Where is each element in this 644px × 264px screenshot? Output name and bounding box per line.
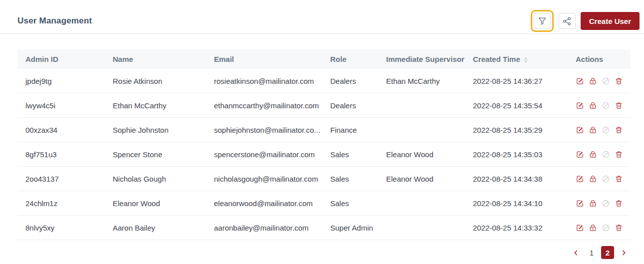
cell-email: nicholasgough@mailinator.com bbox=[206, 167, 322, 191]
cell-email: ethanmccarthy@mailinator.com bbox=[206, 93, 322, 118]
cell-admin-id: 00xzax34 bbox=[17, 118, 105, 142]
table-row: 24chlm1z Eleanor Wood eleanorwood@mailin… bbox=[17, 191, 630, 216]
delete-icon[interactable] bbox=[615, 224, 623, 232]
cell-role: Sales bbox=[322, 167, 378, 191]
sort-icon[interactable] bbox=[524, 57, 528, 63]
lock-icon[interactable] bbox=[589, 175, 597, 183]
cell-role: Dealers bbox=[322, 93, 378, 118]
cell-name: Eleanor Wood bbox=[105, 191, 206, 216]
cell-created-time: 2022-08-25 14:36:27 bbox=[465, 69, 568, 93]
delete-icon[interactable] bbox=[615, 175, 623, 183]
disable-icon bbox=[602, 199, 610, 208]
table-row: 00xzax34 Sophie Johnston sophiejohnston@… bbox=[17, 118, 630, 142]
table-row: jpdej9tg Rosie Atkinson rosieatkinson@ma… bbox=[17, 69, 630, 93]
page-title: User Management bbox=[17, 16, 92, 26]
lock-icon[interactable] bbox=[589, 77, 597, 85]
disable-icon bbox=[602, 77, 610, 85]
lock-icon[interactable] bbox=[589, 224, 597, 232]
row-actions bbox=[576, 167, 622, 191]
row-actions bbox=[576, 118, 622, 142]
col-header-actions: Actions bbox=[568, 49, 630, 69]
cell-supervisor: Eleanor Wood bbox=[378, 142, 465, 167]
chevron-left-icon bbox=[572, 249, 580, 257]
cell-created-time: 2022-08-25 14:34:38 bbox=[465, 167, 568, 191]
cell-name: Sophie Johnston bbox=[105, 118, 206, 142]
pagination: 1 2 bbox=[17, 246, 630, 259]
cell-admin-id: 8gf751u3 bbox=[17, 142, 105, 167]
cell-name: Ethan McCarthy bbox=[105, 93, 206, 118]
create-user-button[interactable]: Create User bbox=[581, 12, 640, 30]
col-header-supervisor: Immediate Supervisor bbox=[378, 49, 465, 69]
col-header-admin-id: Admin ID bbox=[17, 49, 105, 69]
cell-role: Super Admin bbox=[322, 216, 378, 240]
lock-icon[interactable] bbox=[589, 150, 597, 159]
delete-icon[interactable] bbox=[615, 77, 623, 85]
edit-icon[interactable] bbox=[576, 150, 584, 159]
disable-icon bbox=[602, 224, 610, 232]
col-header-created-time[interactable]: Created Time bbox=[465, 49, 568, 69]
cell-name: Rosie Atkinson bbox=[105, 69, 206, 93]
cell-email: rosieatkinson@mailinator.com bbox=[206, 69, 322, 93]
cell-supervisor: Ethan McCarthy bbox=[378, 69, 465, 93]
cell-email: spencerstone@mailinator.com bbox=[206, 142, 322, 167]
cell-admin-id: 8nlvy5xy bbox=[17, 216, 105, 240]
cell-supervisor bbox=[378, 93, 465, 118]
cell-role: Finance bbox=[322, 118, 378, 142]
table-row: 2oo43137 Nicholas Gough nicholasgough@ma… bbox=[17, 167, 630, 191]
prev-page-button[interactable] bbox=[569, 246, 582, 259]
cell-name: Spencer Stone bbox=[105, 142, 206, 167]
cell-supervisor bbox=[378, 118, 465, 142]
row-actions bbox=[576, 93, 622, 117]
edit-icon[interactable] bbox=[576, 175, 584, 183]
cell-email: aaronbailey@mailinator.com bbox=[206, 216, 322, 240]
cell-created-time: 2022-08-25 14:35:54 bbox=[465, 93, 568, 118]
col-header-email: Email bbox=[206, 49, 322, 69]
cell-supervisor bbox=[378, 191, 465, 216]
cell-role: Sales bbox=[322, 142, 378, 167]
delete-icon[interactable] bbox=[615, 199, 623, 208]
edit-icon[interactable] bbox=[576, 224, 584, 232]
page-button-1[interactable]: 1 bbox=[585, 246, 598, 259]
page-button-2[interactable]: 2 bbox=[601, 246, 614, 259]
content-area: Admin ID Name Email Role Immediate Super… bbox=[0, 49, 644, 259]
next-page-button[interactable] bbox=[617, 246, 630, 259]
cell-supervisor bbox=[378, 216, 465, 240]
row-actions bbox=[576, 69, 622, 93]
page-header: User Management Create User bbox=[0, 0, 644, 34]
cell-email: sophiejohnston@mailinator.co... bbox=[206, 118, 322, 142]
edit-icon[interactable] bbox=[576, 126, 584, 134]
lock-icon[interactable] bbox=[589, 101, 597, 110]
delete-icon[interactable] bbox=[615, 150, 623, 159]
filter-button[interactable] bbox=[534, 13, 551, 29]
edit-icon[interactable] bbox=[576, 199, 584, 208]
share-alt-icon bbox=[562, 16, 572, 26]
disable-icon bbox=[602, 126, 610, 134]
cell-admin-id: lwyw4c5i bbox=[17, 93, 105, 118]
delete-icon[interactable] bbox=[615, 101, 623, 110]
table-row: 8nlvy5xy Aaron Bailey aaronbailey@mailin… bbox=[17, 216, 630, 240]
edit-icon[interactable] bbox=[576, 77, 584, 85]
col-header-role: Role bbox=[322, 49, 378, 69]
cell-admin-id: 2oo43137 bbox=[17, 167, 105, 191]
cell-name: Nicholas Gough bbox=[105, 167, 206, 191]
filter-icon bbox=[537, 16, 547, 26]
disable-icon bbox=[602, 101, 610, 110]
disable-icon bbox=[602, 150, 610, 159]
toolbar: Create User bbox=[531, 10, 640, 32]
disable-icon bbox=[602, 175, 610, 183]
delete-icon[interactable] bbox=[615, 126, 623, 134]
row-actions bbox=[576, 191, 622, 215]
cell-admin-id: jpdej9tg bbox=[17, 69, 105, 93]
table-header-row: Admin ID Name Email Role Immediate Super… bbox=[17, 49, 630, 69]
hierarchy-share-button[interactable] bbox=[559, 13, 576, 29]
col-header-name: Name bbox=[105, 49, 206, 69]
edit-icon[interactable] bbox=[576, 101, 584, 110]
lock-icon[interactable] bbox=[589, 199, 597, 208]
table-row: 8gf751u3 Spencer Stone spencerstone@mail… bbox=[17, 142, 630, 167]
cell-created-time: 2022-08-25 14:35:03 bbox=[465, 142, 568, 167]
lock-icon[interactable] bbox=[589, 126, 597, 134]
cell-supervisor: Eleanor Wood bbox=[378, 167, 465, 191]
cell-role: Sales bbox=[322, 191, 378, 216]
row-actions bbox=[576, 216, 622, 240]
cell-created-time: 2022-08-25 14:33:32 bbox=[465, 216, 568, 240]
